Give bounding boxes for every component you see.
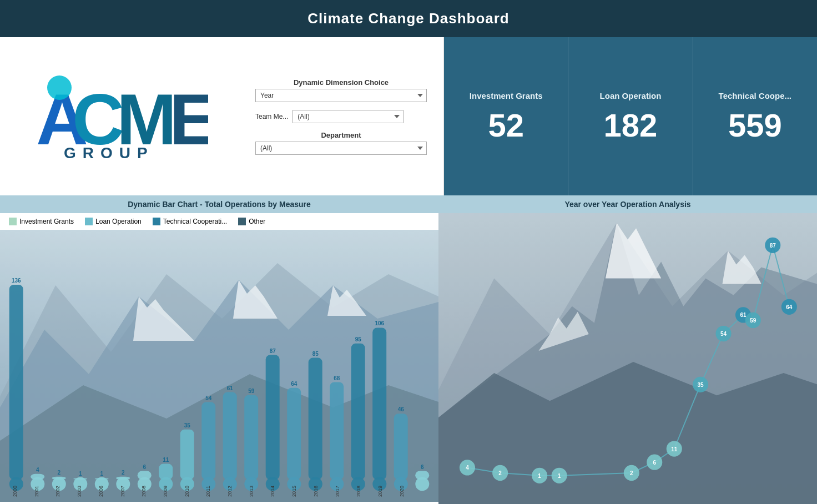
svg-text:61: 61 [227, 385, 234, 391]
page-title: Climate Change Dashboard [307, 10, 510, 27]
x-label-2009: 2009 [155, 481, 176, 502]
svg-rect-47 [244, 395, 258, 480]
x-label-2020: 2020 [391, 481, 413, 502]
dimension-select[interactable]: Year Month Quarter [255, 89, 427, 102]
page-header: Climate Change Dashboard [0, 0, 817, 37]
svg-text:64: 64 [291, 381, 297, 387]
svg-text:95: 95 [355, 336, 362, 342]
left-chart-title: Dynamic Bar Chart - Total Operations by … [0, 195, 438, 213]
x-label-2019: 2019 [370, 481, 391, 502]
x-label-2018: 2018 [348, 481, 370, 502]
legend-investment: Investment Grants [9, 218, 74, 225]
logo-area: A C M E GROUP [0, 37, 239, 195]
x-label-2003: 2003 [69, 481, 90, 502]
svg-rect-56 [309, 358, 322, 480]
svg-text:61: 61 [740, 312, 747, 318]
svg-text:4: 4 [36, 467, 39, 473]
svg-text:6: 6 [653, 460, 656, 466]
svg-text:136: 136 [12, 278, 21, 284]
dimension-control: Dynamic Dimension Choice Year Month Quar… [255, 78, 427, 102]
team-select[interactable]: (All) Team A Team B [292, 110, 404, 123]
svg-text:35: 35 [698, 382, 704, 388]
svg-text:1: 1 [538, 473, 541, 479]
svg-text:6: 6 [143, 464, 147, 470]
legend-other-label: Other [249, 218, 265, 225]
kpi-investment-grants-label: Investment Grants [470, 91, 543, 100]
svg-rect-53 [287, 388, 301, 480]
x-label-2012: 2012 [219, 481, 241, 502]
svg-text:4: 4 [466, 465, 469, 471]
x-label- [412, 481, 434, 502]
svg-text:2: 2 [630, 470, 633, 476]
svg-text:106: 106 [375, 320, 384, 326]
svg-text:11: 11 [671, 446, 678, 452]
svg-text:35: 35 [184, 422, 191, 429]
kpi-investment-grants: Investment Grants 52 [444, 37, 568, 195]
svg-text:1: 1 [558, 473, 561, 479]
x-label-2010: 2010 [176, 481, 198, 502]
svg-rect-14 [9, 285, 23, 480]
svg-text:6: 6 [421, 464, 424, 470]
svg-text:GROUP: GROUP [64, 144, 154, 162]
svg-point-4 [47, 75, 72, 100]
x-label-2016: 2016 [305, 481, 327, 502]
x-label-2006: 2006 [90, 481, 112, 502]
svg-text:1: 1 [100, 471, 104, 477]
kpi-area: Investment Grants 52 Loan Operation 182 … [444, 37, 817, 195]
svg-text:85: 85 [312, 351, 319, 357]
svg-text:59: 59 [750, 317, 757, 324]
team-control-row: Team Me... (All) Team A Team B [255, 110, 427, 123]
svg-rect-59 [330, 382, 344, 480]
department-select[interactable]: (All) Finance Operations [255, 142, 427, 155]
legend-other: Other [238, 218, 265, 225]
legend-investment-color [9, 218, 17, 225]
svg-rect-41 [201, 402, 215, 480]
legend-investment-label: Investment Grants [19, 218, 74, 225]
legend-other-color [238, 218, 246, 225]
controls-area: Dynamic Dimension Choice Year Month Quar… [239, 37, 444, 195]
x-label-2000: 2000 [4, 481, 26, 502]
bar-chart-area: 13642112611355461598764856895106466 2000… [0, 230, 438, 502]
svg-text:2: 2 [498, 470, 502, 476]
x-axis-labels: 2000200120022003200620072008200920102011… [0, 481, 438, 502]
line-chart-svg: 42112611355461598764 [438, 215, 817, 495]
x-label-2013: 2013 [241, 481, 263, 502]
svg-text:2: 2 [122, 470, 125, 476]
legend-loan: Loan Operation [85, 218, 142, 225]
bars-svg: 13642112611355461598764856895106466 [0, 230, 438, 502]
acme-logo: A C M E GROUP [31, 67, 208, 167]
kpi-technical-coop-label: Technical Coope... [719, 91, 791, 100]
legend-technical-color [153, 218, 160, 225]
x-label-2011: 2011 [198, 481, 219, 502]
svg-text:64: 64 [786, 304, 793, 310]
charts-section: Dynamic Bar Chart - Total Operations by … [0, 195, 817, 504]
legend-technical: Technical Cooperati... [153, 218, 227, 225]
svg-text:87: 87 [770, 243, 776, 249]
x-label-2017: 2017 [327, 481, 349, 502]
svg-rect-62 [351, 344, 365, 480]
svg-rect-44 [223, 392, 237, 480]
svg-text:59: 59 [248, 388, 255, 394]
svg-text:46: 46 [398, 406, 405, 412]
svg-rect-68 [394, 414, 408, 480]
svg-text:E: E [169, 79, 208, 160]
legend-technical-label: Technical Cooperati... [163, 218, 227, 225]
svg-text:54: 54 [205, 395, 212, 401]
right-chart-title: Year over Year Operation Analysis [438, 195, 817, 213]
x-label-2008: 2008 [133, 481, 155, 502]
kpi-loan-operation: Loan Operation 182 [568, 37, 693, 195]
x-label-2014: 2014 [262, 481, 284, 502]
svg-text:2: 2 [58, 470, 61, 476]
svg-rect-38 [180, 430, 194, 480]
left-chart: Dynamic Bar Chart - Total Operations by … [0, 195, 438, 504]
team-label: Team Me... [255, 113, 288, 120]
kpi-technical-coop: Technical Coope... 559 [693, 37, 817, 195]
kpi-loan-operation-value: 182 [604, 109, 658, 142]
kpi-loan-operation-label: Loan Operation [600, 91, 662, 100]
kpi-investment-grants-value: 52 [488, 109, 524, 142]
top-section: A C M E GROUP Dynamic Dimension Choice Y… [0, 37, 817, 195]
right-chart: Year over Year Operation Analysis 421126… [438, 195, 817, 504]
x-label-2002: 2002 [47, 481, 69, 502]
svg-text:87: 87 [270, 348, 276, 354]
legend-loan-label: Loan Operation [95, 218, 142, 225]
